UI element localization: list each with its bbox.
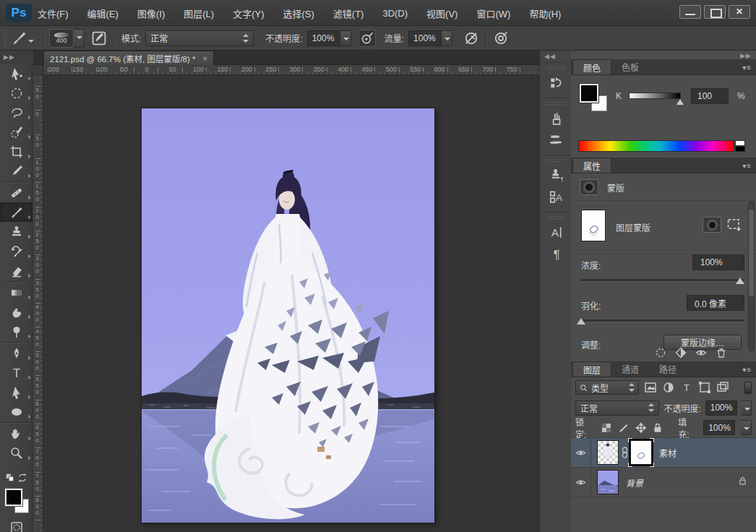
zoom-tool-icon[interactable] [0, 443, 33, 463]
invert-mask-icon[interactable] [675, 347, 687, 359]
panel-menu-icon[interactable] [742, 162, 752, 170]
minimize-button[interactable] [679, 5, 701, 19]
dock-group-handle[interactable] [546, 215, 565, 219]
menu-item-4[interactable]: 图层(L) [184, 7, 214, 20]
brush-size-picker[interactable]: 400 [49, 29, 74, 48]
brush-size-dropdown[interactable] [74, 29, 85, 48]
move-tool-icon[interactable] [0, 64, 33, 83]
layer-fill-value[interactable]: 100% [703, 420, 735, 435]
layer-filter-select[interactable]: 类型 [575, 380, 639, 395]
menu-item-3[interactable]: 图像(I) [137, 7, 165, 20]
panel-menu-icon[interactable] [742, 64, 752, 72]
opacity-value[interactable]: 100% [307, 30, 340, 46]
pen-tool-icon[interactable] [0, 343, 33, 363]
mask-visibility-eye-icon[interactable] [695, 347, 707, 359]
menu-item-5[interactable]: 文字(Y) [233, 7, 264, 20]
panels-collapse[interactable]: ▶▶ [740, 52, 752, 59]
layer-row-1[interactable]: 素材 [571, 438, 756, 468]
tab-color[interactable]: 颜色 [572, 59, 611, 74]
mask-link-icon[interactable] [620, 447, 629, 458]
opacity-dropdown[interactable] [340, 30, 351, 46]
canvas-image[interactable] [142, 108, 434, 523]
menu-item-7[interactable]: 滤镜(T) [333, 7, 364, 20]
menu-item-2[interactable]: 编辑(E) [87, 7, 119, 20]
layer-opacity-dropdown[interactable] [742, 400, 752, 416]
tab-properties[interactable]: 属性 [572, 158, 611, 173]
dock-group-handle[interactable] [546, 158, 565, 162]
lock-transparency-icon[interactable] [601, 422, 612, 434]
clone-stamp-tool-icon[interactable] [0, 222, 33, 241]
brush-panel-toggle-icon[interactable] [90, 30, 108, 47]
layer-fill-dropdown[interactable] [741, 420, 752, 435]
feather-slider[interactable] [581, 319, 744, 322]
close-button[interactable] [729, 5, 750, 19]
color-ramp[interactable] [578, 140, 734, 152]
menu-item-10[interactable]: 窗口(W) [476, 7, 510, 20]
feather-slider-thumb[interactable] [577, 318, 585, 325]
foreground-color-swatch[interactable] [5, 489, 22, 506]
menu-item-1[interactable]: 文件(F) [38, 7, 69, 20]
layer-thumbnail[interactable] [597, 440, 619, 465]
filter-pixel-layers-icon[interactable] [644, 381, 657, 394]
layer-blend-mode-select[interactable]: 正常 [575, 400, 659, 416]
type-tool-icon[interactable]: T [0, 363, 33, 382]
menu-item-9[interactable]: 视图(V) [426, 7, 458, 20]
brush-settings-panel-icon[interactable] [540, 129, 572, 150]
flow-dropdown[interactable] [442, 30, 452, 46]
character-styles-panel-icon[interactable]: A [540, 186, 572, 207]
menu-item-8[interactable]: 3D(D) [382, 8, 408, 19]
tab-layers[interactable]: 图层 [572, 361, 611, 377]
foreground-color-swatch[interactable] [580, 84, 598, 103]
load-selection-icon[interactable] [655, 347, 666, 359]
eye-cell[interactable] [571, 468, 591, 497]
dock-group-handle[interactable] [546, 66, 565, 69]
swap-colors-icon[interactable] [17, 473, 27, 486]
density-slider-thumb[interactable] [736, 278, 744, 284]
airbrush-pressure-icon[interactable] [358, 30, 376, 47]
tab-channels[interactable]: 通道 [611, 361, 649, 377]
layer-mask-thumbnail[interactable] [630, 440, 652, 465]
density-slider[interactable] [581, 279, 744, 281]
brush-presets-panel-icon[interactable] [540, 107, 572, 129]
layer-mask-thumbnail[interactable] [581, 210, 606, 241]
hand-tool-icon[interactable] [0, 424, 33, 443]
eraser-tool-icon[interactable] [0, 261, 33, 280]
ramp-bw-swatches[interactable] [735, 140, 745, 152]
k-value-field[interactable]: 100 [691, 88, 729, 104]
filter-adjustment-layers-icon[interactable] [662, 381, 675, 394]
feather-value-field[interactable]: 0.0 像素 [687, 295, 744, 311]
properties-scrollbar-thumb[interactable] [749, 210, 754, 296]
layer-row-2[interactable]: 背景 [571, 468, 756, 497]
tab-swatches[interactable]: 色板 [611, 59, 649, 74]
default-colors-icon[interactable] [5, 473, 15, 486]
layer-thumbnail[interactable] [597, 470, 619, 494]
airbrush-icon[interactable] [492, 30, 510, 47]
menu-item-11[interactable]: 帮助(H) [529, 7, 561, 20]
eye-cell[interactable] [571, 438, 591, 468]
dock-group-handle[interactable] [546, 101, 565, 105]
vertical-ruler[interactable]: 5005010015020025030035040045050055060065… [33, 75, 43, 532]
brush-tool-preset-icon[interactable] [11, 30, 28, 47]
layer-opacity-value[interactable]: 100% [705, 400, 737, 416]
paragraph-panel-icon[interactable]: ¶ [540, 243, 572, 265]
marquee-tool-icon[interactable] [0, 83, 33, 103]
tab-paths[interactable]: 路径 [649, 361, 687, 377]
k-slider-thumb[interactable] [676, 99, 684, 105]
panel-menu-icon[interactable] [742, 366, 752, 374]
brush-tool-icon[interactable] [0, 202, 33, 222]
toolbox-collapse[interactable]: ▶▶ [0, 51, 33, 64]
gradient-tool-icon[interactable] [0, 283, 33, 302]
tab-close-icon[interactable]: × [203, 54, 207, 63]
add-vector-mask-button[interactable] [726, 217, 743, 233]
select-mask-button[interactable] [703, 217, 721, 233]
pen-pressure-icon[interactable] [463, 30, 480, 47]
maximize-button[interactable] [704, 5, 726, 19]
dock-expand[interactable]: ◀◀ [540, 51, 571, 62]
density-value-field[interactable]: 100% [692, 254, 744, 270]
flow-value[interactable]: 100% [408, 30, 442, 46]
horizontal-ruler[interactable]: 2001501005005010015020025030035040045050… [43, 65, 539, 75]
menu-item-6[interactable]: 选择(S) [283, 7, 314, 20]
quick-select-tool-icon[interactable] [0, 122, 33, 142]
lock-position-icon[interactable] [635, 422, 647, 434]
lock-pixels-brush-icon[interactable] [618, 422, 630, 434]
